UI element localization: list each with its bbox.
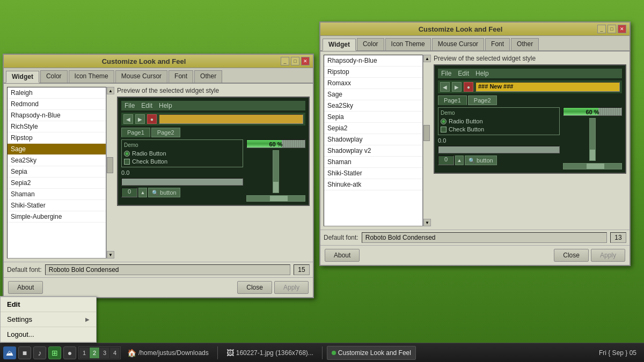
list-item-richstyle[interactable]: RichStyle	[8, 121, 106, 132]
list-item2-sage[interactable]: Sage	[324, 89, 422, 100]
list-item-shikistatler[interactable]: Shiki-Statler	[8, 200, 106, 211]
spinner-input-1[interactable]: 0	[121, 188, 137, 197]
scrollbar-thumb-1[interactable]	[273, 182, 279, 193]
about-button-1[interactable]: About	[8, 281, 43, 294]
close-button-1[interactable]: ✕	[301, 57, 310, 65]
list-item2-shaman[interactable]: Shaman	[324, 157, 422, 168]
tab-icontheme-2[interactable]: Icon Theme	[385, 38, 431, 50]
list-item-raleigh[interactable]: Raleigh	[8, 87, 106, 99]
toolbar-stop-btn-1[interactable]: ●	[147, 114, 157, 124]
tab-color-1[interactable]: Color	[40, 70, 68, 83]
minimize-button-1[interactable]: _	[281, 57, 289, 65]
preview-page1-tab-1[interactable]: Page1	[121, 128, 150, 137]
horizontal-scrollbar-2[interactable]	[563, 163, 622, 169]
apply-button-1[interactable]: Apply	[274, 281, 309, 294]
slider-1[interactable]	[121, 178, 243, 186]
widget-list-scrollbar-1[interactable]: ▲ ▼	[106, 87, 114, 258]
list-item2-sepia[interactable]: Sepia	[324, 112, 422, 123]
list-item2-sea2sky[interactable]: Sea2Sky	[324, 100, 422, 112]
checkbox-box-2[interactable]	[441, 127, 447, 132]
horizontal-scrollbar-1[interactable]	[246, 195, 305, 202]
list-item-sepia2[interactable]: Sepia2	[8, 178, 106, 189]
tab-mousecursor-1[interactable]: Mouse Cursor	[115, 70, 167, 83]
widget-list-2[interactable]: Rhapsody-n-Blue Ripstop Romaxx Sage Sea2…	[324, 55, 423, 226]
preview-menu-file-1[interactable]: File	[125, 102, 135, 109]
minimize-button-2[interactable]: _	[597, 25, 606, 33]
workspace-1[interactable]: 1	[79, 348, 89, 358]
toolbar-back-btn-2[interactable]: ◀	[440, 82, 450, 92]
list-item-sepia[interactable]: Sepia	[8, 166, 106, 178]
tab-other-2[interactable]: Other	[511, 38, 539, 50]
list-item2-shikistatler[interactable]: Shiki-Statler	[324, 168, 422, 179]
h-scrollbar-thumb-1[interactable]	[270, 196, 287, 201]
preview-menu-help-2[interactable]: Help	[475, 70, 489, 77]
list-item-shaman[interactable]: Shaman	[8, 189, 106, 200]
toolbar-fwd-btn-2[interactable]: ▶	[452, 82, 462, 92]
apply-button-2[interactable]: Apply	[591, 249, 625, 262]
list-item-sage[interactable]: Sage	[8, 144, 106, 155]
toolbar-fwd-btn-1[interactable]: ▶	[135, 114, 145, 124]
list-item2-romaxx[interactable]: Romaxx	[324, 78, 422, 89]
scroll-up-arrow-2[interactable]: ▲	[423, 55, 431, 62]
vertical-scrollbar-2[interactable]	[589, 118, 596, 161]
about-button-2[interactable]: About	[325, 249, 360, 262]
scroll-thumb-2[interactable]	[423, 125, 430, 141]
list-item-redmond[interactable]: Redmond	[8, 99, 106, 110]
preview-page2-tab-1[interactable]: Page2	[151, 128, 180, 137]
preview-menu-edit-2[interactable]: Edit	[458, 70, 469, 77]
context-menu-item-settings[interactable]: Settings ▶	[1, 312, 96, 327]
checkbox-box-1[interactable]	[124, 159, 130, 165]
h-scrollbar-thumb-2[interactable]	[587, 164, 604, 169]
maximize-button-1[interactable]: □	[291, 57, 299, 65]
list-item2-shinuke[interactable]: Shinuke-atk	[324, 179, 422, 190]
list-item-sea2sky[interactable]: Sea2Sky	[8, 155, 106, 166]
preview-address-input-1[interactable]	[159, 114, 303, 124]
list-item2-rhapsody[interactable]: Rhapsody-n-Blue	[324, 55, 422, 67]
scroll-down-arrow-2[interactable]: ▼	[423, 219, 431, 226]
scroll-up-arrow-1[interactable]: ▲	[107, 87, 114, 94]
taskbar-app-btn[interactable]: Customize Look and Feel	[327, 346, 416, 360]
tab-widget-2[interactable]: Widget	[323, 39, 356, 51]
tab-font-2[interactable]: Font	[485, 38, 510, 50]
font-name-1[interactable]: Roboto Bold Condensed	[45, 264, 290, 275]
scroll-track-2[interactable]	[423, 62, 430, 219]
tab-widget-1[interactable]: Widget	[6, 71, 39, 83]
list-item2-ripstop[interactable]: Ripstop	[324, 67, 422, 78]
close-button-footer-1[interactable]: Close	[237, 281, 272, 294]
font-name-2[interactable]: Roboto Bold Condensed	[362, 232, 607, 243]
maximize-button-2[interactable]: □	[608, 25, 616, 33]
preview-menu-file-2[interactable]: File	[441, 70, 451, 77]
list-item2-shadowplay[interactable]: Shadowplay	[324, 134, 422, 145]
list-item2-shadowplayv2[interactable]: Shadowplay v2	[324, 145, 422, 157]
font-size-2[interactable]: 13	[610, 232, 626, 243]
tab-other-1[interactable]: Other	[194, 70, 222, 83]
workspace-4[interactable]: 4	[110, 348, 120, 358]
preview-address-input-2[interactable]: ### New ###	[475, 82, 620, 92]
preview-page1-tab-2[interactable]: Page1	[438, 95, 467, 105]
context-menu-item-edit[interactable]: Edit	[1, 297, 96, 312]
taskbar-app-icon-4[interactable]: ⊞	[48, 346, 61, 359]
workspace-3[interactable]: 3	[100, 348, 109, 358]
tab-color-2[interactable]: Color	[357, 38, 384, 50]
preview-menu-help-1[interactable]: Help	[159, 102, 172, 109]
scroll-track-1[interactable]	[107, 94, 114, 251]
toolbar-stop-btn-2[interactable]: ●	[464, 82, 473, 92]
radio-circle-1[interactable]	[124, 151, 130, 157]
spinner-input-2[interactable]: 0	[438, 156, 454, 165]
vertical-scrollbar-1[interactable]	[273, 150, 279, 193]
search-button-1[interactable]: 🔍 button	[148, 188, 180, 197]
tab-mousecursor-2[interactable]: Mouse Cursor	[432, 38, 484, 50]
font-size-1[interactable]: 15	[294, 264, 310, 275]
toolbar-back-btn-1[interactable]: ◀	[123, 114, 133, 124]
slider-2[interactable]	[438, 146, 560, 153]
widget-list-scrollbar-2[interactable]: ▲ ▼	[423, 55, 430, 226]
context-menu-item-logout[interactable]: Logout...	[1, 327, 96, 342]
close-button-footer-2[interactable]: Close	[554, 249, 589, 262]
scrollbar-thumb-2[interactable]	[590, 150, 595, 160]
preview-page2-tab-2[interactable]: Page2	[468, 95, 497, 105]
radio-circle-2[interactable]	[441, 119, 447, 124]
taskbar-app-icon-3[interactable]: ♪	[33, 346, 46, 359]
list-item-simpleaubergine[interactable]: Simple-Aubergine	[8, 211, 106, 223]
preview-menu-edit-1[interactable]: Edit	[141, 102, 152, 109]
close-button-2[interactable]: ✕	[618, 25, 626, 33]
